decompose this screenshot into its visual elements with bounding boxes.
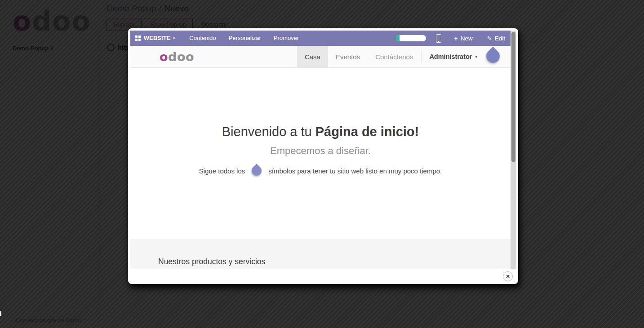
nav-tab-events[interactable]: Eventos xyxy=(328,46,368,67)
nav-tab-contact[interactable]: Contáctenos xyxy=(368,46,421,67)
pencil-icon: ✎ xyxy=(487,35,492,41)
page-edge-sliver xyxy=(0,311,1,316)
close-icon: ✕ xyxy=(506,274,510,279)
website-viewport: WEBSITE ▾ Contenido Personalizar Promove… xyxy=(130,31,511,269)
chevron-down-icon: ▾ xyxy=(173,36,175,40)
tour-drop-indicator-icon[interactable] xyxy=(484,47,502,66)
products-section-heading: Nuestros productos y servicios xyxy=(158,257,265,266)
close-button[interactable]: ✕ xyxy=(503,271,513,281)
apps-grid-icon xyxy=(135,35,141,41)
user-menu[interactable]: Administrator ▾ xyxy=(423,46,484,67)
menu-item-customize[interactable]: Personalizar xyxy=(222,31,267,46)
edit-button[interactable]: ✎ Edit xyxy=(487,35,505,42)
hint-text-after: símbolos para tener tu sitio web listo e… xyxy=(268,167,442,175)
edit-button-label: Edit xyxy=(495,35,505,42)
website-navbar: odoo Casa Eventos Contáctenos Administra… xyxy=(130,46,511,68)
products-section: Nuestros productos y servicios xyxy=(130,239,511,269)
menu-item-promote[interactable]: Promover xyxy=(267,31,305,46)
plus-icon: + xyxy=(454,35,458,42)
navbar-spacer xyxy=(194,46,297,67)
modal-footer: ✕ xyxy=(130,269,516,284)
hero-title-suffix: ! xyxy=(415,124,419,139)
hero-title-prefix: Bienvenido a tu xyxy=(222,124,315,139)
hero-title-emphasis: Página de inicio xyxy=(315,124,415,139)
navbar-divider xyxy=(422,51,422,62)
homepage-hero: Bienvenido a tu Página de inicio! Empece… xyxy=(130,68,511,239)
logo-letters: doo xyxy=(168,50,194,64)
website-preview-modal: WEBSITE ▾ Contenido Personalizar Promove… xyxy=(128,28,518,284)
user-menu-label: Administrator xyxy=(429,53,472,60)
website-logo[interactable]: odoo xyxy=(160,50,194,64)
hint-text-before: Sigue todos los xyxy=(199,167,245,175)
modal-scrollbar[interactable] xyxy=(511,31,516,269)
hero-title: Bienvenido a tu Página de inicio! xyxy=(130,68,511,139)
hero-hint-row: Sigue todos los símbolos para tener tu s… xyxy=(130,166,511,176)
editor-menu: Contenido Personalizar Promover xyxy=(183,31,305,46)
menu-item-content[interactable]: Contenido xyxy=(183,31,222,46)
website-menu-label: WEBSITE xyxy=(144,35,171,41)
loading-progress-bar xyxy=(396,35,426,41)
nav-tab-home[interactable]: Casa xyxy=(297,46,328,67)
website-menu-dropdown[interactable]: WEBSITE ▾ xyxy=(135,35,175,41)
website-editor-toolbar: WEBSITE ▾ Contenido Personalizar Promove… xyxy=(130,31,511,46)
tour-drop-icon[interactable] xyxy=(250,164,264,177)
scrollbar-thumb[interactable] xyxy=(511,32,515,162)
new-page-button[interactable]: + New xyxy=(454,35,473,42)
logo-letter: o xyxy=(160,50,168,64)
new-button-label: New xyxy=(461,35,473,42)
chevron-down-icon: ▾ xyxy=(475,55,477,59)
mobile-preview-icon[interactable] xyxy=(436,34,441,43)
hero-subtitle: Empecemos a diseñar. xyxy=(130,145,511,157)
progress-fill xyxy=(396,35,400,41)
